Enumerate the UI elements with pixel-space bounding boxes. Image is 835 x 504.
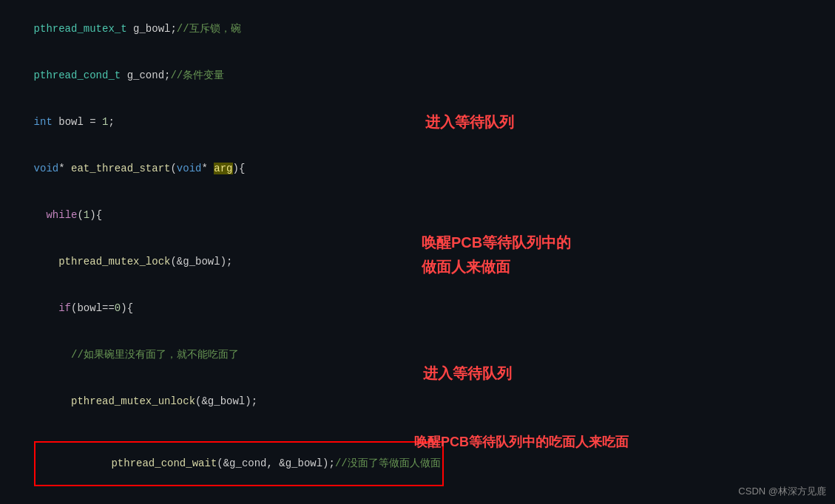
code-line-6: pthread_mutex_lock(&g_bowl); (9, 239, 826, 285)
code-line-5: while(1){ (9, 192, 826, 239)
watermark: CSDN @林深方见鹿 (738, 485, 826, 498)
code-line-7: if(bowl==0){ (9, 285, 826, 332)
code-line-10: pthread_cond_wait(&g_cond, &g_bowl);//没面… (9, 426, 826, 502)
code-line-4: void* eat_thread_start(void* arg){ (9, 146, 826, 192)
code-line-1: pthread_mutex_t g_bowl;//互斥锁，碗 (9, 6, 826, 52)
code-editor: pthread_mutex_t g_bowl;//互斥锁，碗 pthread_c… (0, 0, 835, 504)
code-line-9: pthread_mutex_unlock(&g_bowl); (9, 378, 826, 425)
code-line-2: pthread_cond_t g_cond;//条件变量 (9, 52, 826, 99)
code-line-3: int bowl = 1; (9, 99, 826, 146)
code-line-8: //如果碗里没有面了，就不能吃面了 (9, 332, 826, 378)
